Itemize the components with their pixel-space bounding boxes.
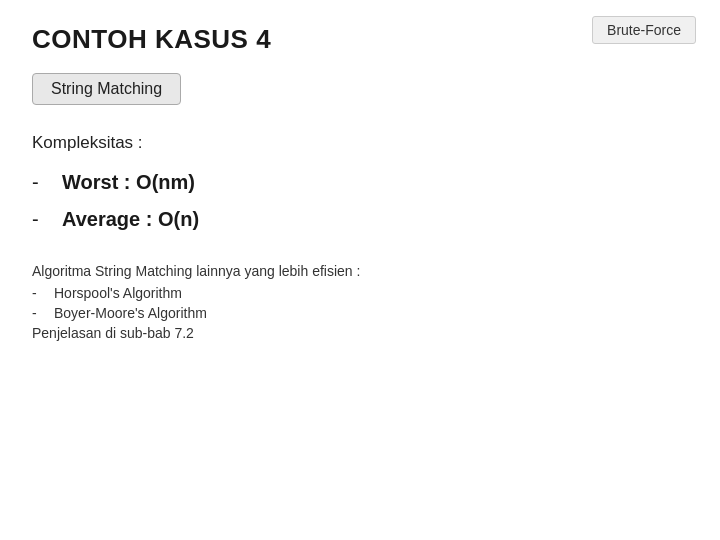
string-matching-badge: String Matching — [32, 73, 181, 105]
list-item: - Average : O(n) — [32, 208, 688, 231]
average-complexity: Average : O(n) — [62, 208, 199, 231]
horspool-algorithm: Horspool's Algorithm — [54, 285, 182, 301]
page-container: Brute-Force CONTOH KASUS 4 String Matchi… — [0, 0, 720, 540]
list-item: - Horspool's Algorithm — [32, 285, 688, 301]
brute-force-badge: Brute-Force — [592, 16, 696, 44]
boyermoore-algorithm: Boyer-Moore's Algorithm — [54, 305, 207, 321]
bottom-section: Algoritma String Matching lainnya yang l… — [32, 263, 688, 341]
list-item: - Boyer-Moore's Algorithm — [32, 305, 688, 321]
kompleksitas-label: Kompleksitas : — [32, 133, 688, 153]
complexity-list: - Worst : O(nm) - Average : O(n) — [32, 171, 688, 231]
bottom-intro: Algoritma String Matching lainnya yang l… — [32, 263, 688, 279]
worst-complexity: Worst : O(nm) — [62, 171, 195, 194]
dash-1: - — [32, 171, 46, 194]
page-title: CONTOH KASUS 4 — [32, 24, 688, 55]
dash-3: - — [32, 285, 42, 301]
bottom-note: Penjelasan di sub-bab 7.2 — [32, 325, 688, 341]
dash-2: - — [32, 208, 46, 231]
dash-4: - — [32, 305, 42, 321]
list-item: - Worst : O(nm) — [32, 171, 688, 194]
